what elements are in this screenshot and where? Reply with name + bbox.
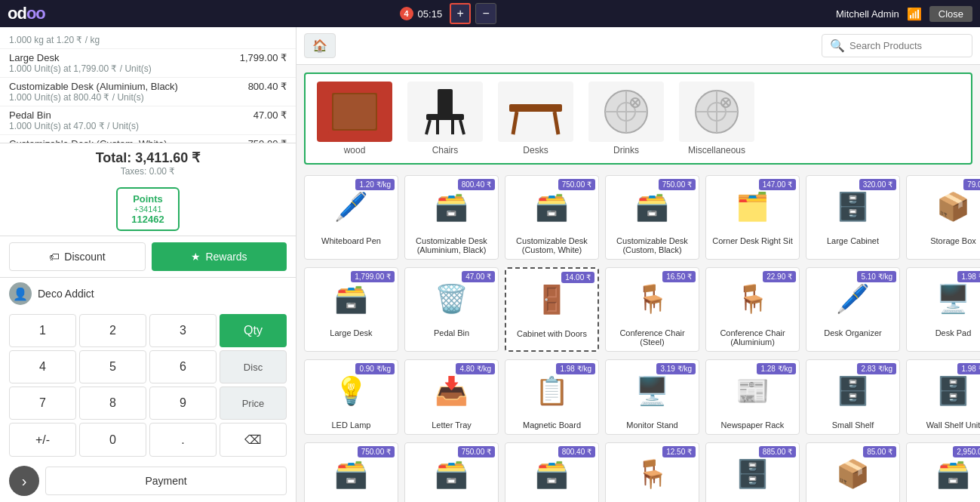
product-cust-desk-cw[interactable]: 750.00 ₹ 🗃️ Customizable Desk (Custom, W…	[505, 175, 599, 260]
svg-line-10	[513, 112, 517, 134]
product-price-badge: 0.90 ₹/kg	[355, 363, 395, 374]
payment-row: › Payment	[0, 461, 296, 502]
order-item[interactable]: Customizable Desk (Custom, White) 750.00…	[0, 135, 296, 143]
numpad-1[interactable]: 1	[9, 314, 76, 347]
svg-line-6	[460, 120, 464, 134]
session-badge: 4	[400, 7, 413, 20]
product-corner-desk[interactable]: 147.00 ₹ 🗂️ Corner Desk Right Sit	[705, 175, 800, 260]
product-conf-chair-steel[interactable]: 16.50 ₹ 🪑 Conference Chair (Steel)	[605, 267, 699, 352]
product-cust-desk-cb[interactable]: 750.00 ₹ 🗃️ Customizable Desk (Custom, B…	[605, 175, 699, 260]
customer-row[interactable]: 👤 Deco Addict	[0, 277, 296, 310]
numpad-7[interactable]: 7	[9, 387, 76, 420]
product-r4-0[interactable]: 750.00 ₹ 🗃️	[304, 442, 398, 502]
product-name: Conference Chair (Aluminium)	[711, 328, 794, 346]
order-item[interactable]: Pedal Bin 47.00 ₹ 1.000 Unit(s) at 47.00…	[0, 106, 296, 135]
numpad-3[interactable]: 3	[149, 314, 217, 347]
home-button[interactable]: 🏠	[304, 33, 336, 58]
search-input[interactable]	[849, 40, 964, 51]
product-name: Whiteboard Pen	[321, 236, 381, 245]
product-large-desk[interactable]: 1,799.00 ₹ 🗃️ Large Desk	[304, 267, 398, 352]
customer-name: Deco Addict	[38, 288, 94, 300]
svg-rect-2	[333, 94, 376, 129]
price-button[interactable]: Price	[220, 387, 287, 420]
product-price-badge: 800.40 ₹	[458, 179, 495, 190]
numpad-plusminus[interactable]: +/-	[9, 423, 76, 457]
category-wood[interactable]: wood	[313, 82, 396, 156]
category-desks[interactable]: Desks	[494, 82, 577, 156]
product-price-badge: 1.28 ₹/kg	[757, 363, 796, 374]
product-small-shelf[interactable]: 2.83 ₹/kg 🗄️ Small Shelf	[806, 359, 900, 435]
product-r4-1[interactable]: 750.00 ₹ 🗃️	[404, 442, 499, 502]
product-r4-4[interactable]: 885.00 ₹ 🗄️	[705, 442, 800, 502]
product-monitor-stand[interactable]: 3.19 ₹/kg 🖥️ Monitor Stand	[605, 359, 699, 435]
order-item-header: Large Desk 1,799.00 ₹	[9, 52, 287, 63]
left-panel: 1.000 kg at 1.20 ₹ / kg Large Desk 1,799…	[0, 27, 296, 502]
product-name: Small Shelf	[832, 420, 874, 430]
product-name: Cabinet with Doors	[517, 329, 587, 338]
numpad-8[interactable]: 8	[79, 387, 146, 420]
order-item-price: 800.40 ₹	[248, 81, 287, 92]
category-label-wood: wood	[344, 145, 366, 156]
qty-button[interactable]: Qty	[220, 314, 287, 347]
wifi-icon: 📶	[907, 7, 922, 21]
product-storage-box[interactable]: 79.00 ₹ 📦 Storage Box	[906, 175, 980, 260]
order-item-name: Pedal Bin	[9, 109, 51, 121]
product-cabinet-doors[interactable]: 14.00 ₹ 🚪 Cabinet with Doors	[505, 267, 599, 352]
disc-button[interactable]: Disc	[220, 350, 287, 383]
order-item-price: 1,799.00 ₹	[240, 52, 287, 63]
star-icon: ★	[191, 251, 201, 263]
order-list: 1.000 kg at 1.20 ₹ / kg Large Desk 1,799…	[0, 27, 296, 143]
product-pedal-bin[interactable]: 47.00 ₹ 🗑️ Pedal Bin	[404, 267, 499, 352]
order-item[interactable]: 1.000 kg at 1.20 ₹ / kg	[0, 32, 296, 49]
product-name: Newspaper Rack	[721, 420, 785, 430]
category-misc[interactable]: Miscellaneous	[675, 82, 758, 156]
add-order-button[interactable]: +	[450, 3, 471, 24]
discount-button[interactable]: 🏷 Discount	[9, 242, 146, 271]
product-r4-3[interactable]: 12.50 ₹ 🪑	[605, 442, 699, 502]
product-magnetic-board[interactable]: 1.98 ₹/kg 📋 Magnetic Board	[505, 359, 599, 435]
numpad-backspace[interactable]: ⌫	[220, 423, 287, 457]
category-img-drinks	[588, 82, 664, 142]
product-wall-shelf[interactable]: 1.98 ₹/kg 🗄️ Wall Shelf Unit	[906, 359, 980, 435]
numpad-9[interactable]: 9	[149, 387, 217, 420]
next-button[interactable]: ›	[9, 466, 39, 496]
product-newspaper-rack[interactable]: 1.28 ₹/kg 📰 Newspaper Rack	[705, 359, 800, 435]
numpad-dot[interactable]: .	[149, 423, 217, 457]
points-add-value: +34141	[131, 205, 164, 214]
right-panel: 🏠 🔍 wood	[296, 27, 980, 502]
product-name: Wall Shelf Unit	[926, 420, 980, 430]
product-price-badge: 3.19 ₹/kg	[656, 363, 696, 374]
numpad-0[interactable]: 0	[79, 423, 146, 457]
product-cust-desk-al-bl[interactable]: 800.40 ₹ 🗃️ Customizable Desk (Aluminium…	[404, 175, 499, 260]
product-desk-pad[interactable]: 1.98 ₹/kg 🖥️ Desk Pad	[906, 267, 980, 352]
product-price-badge: 1.20 ₹/kg	[355, 179, 395, 190]
category-drinks[interactable]: Drinks	[585, 82, 668, 156]
numpad-4[interactable]: 4	[9, 350, 76, 383]
product-price-badge: 1.98 ₹/kg	[957, 271, 980, 282]
numpad-6[interactable]: 6	[149, 350, 217, 383]
product-r4-6[interactable]: 2,950.00 ₹ 🗃️	[906, 442, 980, 502]
rewards-button[interactable]: ★ Rewards	[152, 242, 287, 271]
points-section: Points +34141 112462	[0, 183, 296, 236]
product-desk-organizer[interactable]: 5.10 ₹/kg 🖊️ Desk Organizer	[806, 267, 900, 352]
product-letter-tray[interactable]: 4.80 ₹/kg 📥 Letter Tray	[404, 359, 499, 435]
product-r4-5[interactable]: 85.00 ₹ 📦	[806, 442, 900, 502]
payment-button[interactable]: Payment	[45, 467, 287, 495]
product-r4-2[interactable]: 800.40 ₹ 🗃️	[505, 442, 599, 502]
numpad-5[interactable]: 5	[79, 350, 146, 383]
category-chairs[interactable]: Chairs	[404, 82, 487, 156]
product-conf-chair-al[interactable]: 22.90 ₹ 🪑 Conference Chair (Aluminium)	[705, 267, 800, 352]
svg-rect-9	[509, 104, 562, 112]
close-button[interactable]: Close	[929, 6, 972, 22]
numpad-2[interactable]: 2	[79, 314, 146, 347]
product-price-badge: 14.00 ₹	[561, 272, 594, 283]
product-name: Large Cabinet	[827, 236, 879, 245]
order-item[interactable]: Large Desk 1,799.00 ₹ 1.000 Unit(s) at 1…	[0, 49, 296, 78]
product-whiteboard-pen[interactable]: 1.20 ₹/kg 🖊️ Whiteboard Pen	[304, 175, 398, 260]
minus-order-button[interactable]: −	[475, 3, 496, 24]
product-led-lamp[interactable]: 0.90 ₹/kg 💡 LED Lamp	[304, 359, 398, 435]
order-item[interactable]: Customizable Desk (Aluminium, Black) 800…	[0, 78, 296, 106]
product-price-badge: 12.50 ₹	[662, 446, 696, 457]
product-large-cabinet[interactable]: 320.00 ₹ 🗄️ Large Cabinet	[806, 175, 900, 260]
search-box[interactable]: 🔍	[822, 34, 972, 57]
